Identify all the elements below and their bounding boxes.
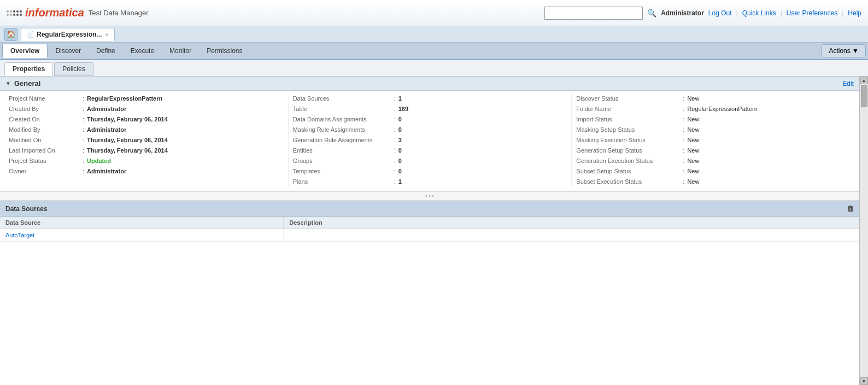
nav-item-monitor[interactable]: Monitor	[162, 44, 199, 57]
logo-area: informatica Test Data Manager	[7, 7, 544, 19]
prop-data-sources: Data Sources : 1	[293, 94, 567, 104]
nav-item-execute[interactable]: Execute	[123, 44, 162, 57]
prop-import-status: Import Status : New	[576, 115, 851, 125]
nav-item-define[interactable]: Define	[89, 44, 123, 57]
scrollable-content: ▼ General Edit Project Name : RegularExp…	[0, 77, 859, 385]
prop-templates: Templates : 0	[293, 167, 567, 177]
table-row: AutoTarget	[0, 229, 859, 242]
nav-item-permissions[interactable]: Permissions	[199, 44, 250, 57]
scroll-down-arrow[interactable]: ▼	[860, 377, 868, 385]
prop-plans: Plans : 1	[293, 177, 567, 188]
cell-description	[284, 229, 859, 242]
top-header: informatica Test Data Manager 🔍 Administ…	[0, 0, 868, 26]
scroll-up-arrow[interactable]: ▲	[860, 77, 868, 84]
page-wrapper: informatica Test Data Manager 🔍 Administ…	[0, 0, 868, 385]
tab-item-regularexpression[interactable]: 📄 RegularExpression... ×	[21, 28, 115, 41]
quick-links-button[interactable]: Quick Links	[742, 9, 776, 17]
trash-icon[interactable]: 🗑	[847, 205, 854, 213]
col-data-source: Data Source	[0, 217, 284, 229]
sub-tabs: Properties Policies	[0, 60, 868, 77]
prop-discover-status: Discover Status : New	[576, 94, 851, 104]
toggle-icon: ▼	[5, 80, 11, 86]
home-button[interactable]: 🏠	[4, 28, 17, 41]
help-link[interactable]: Help	[848, 9, 861, 17]
nav-actions: Actions ▼	[822, 44, 866, 57]
cell-auto-target[interactable]: AutoTarget	[0, 229, 284, 242]
section-separator: • • •	[0, 191, 859, 201]
prop-masking-setup-status: Masking Setup Status : New	[576, 125, 851, 136]
prop-groups: Groups : 0	[293, 156, 567, 167]
table-header-row: Data Source Description	[0, 217, 859, 229]
prop-masking-execution-status: Masking Execution Status : New	[576, 136, 851, 146]
admin-name: Administrator	[661, 9, 704, 17]
properties-grid: Project Name : RegularExpressionPattern …	[0, 91, 859, 191]
prop-modified-by: Modified By : Administrator	[9, 125, 284, 136]
prop-entities: Entities : 0	[293, 146, 567, 156]
prop-subset-setup-status: Subset Setup Status : New	[576, 167, 851, 177]
data-sources-title: Data Sources	[5, 205, 48, 213]
search-input[interactable]	[544, 7, 643, 20]
col-description: Description	[284, 217, 859, 229]
prop-generation-rule: Generation Rule Assignments : 3	[293, 136, 567, 146]
right-column: Discover Status : New Folder Name : Regu…	[571, 94, 855, 188]
prop-last-imported-on: Last Imported On : Thursday, February 06…	[9, 146, 284, 156]
prop-created-on: Created On : Thursday, February 06, 2014	[9, 115, 284, 125]
middle-column: Data Sources : 1 Table : 169 Data Domain…	[288, 94, 572, 188]
nav-item-discover[interactable]: Discover	[48, 44, 89, 57]
prop-owner: Owner : Administrator	[9, 167, 284, 177]
data-sources-header: Data Sources 🗑	[0, 201, 859, 217]
nav-bar: Overview Discover Define Execute Monitor…	[0, 43, 868, 60]
prop-masking-rule: Masking Rule Assignments : 0	[293, 125, 567, 136]
prop-project-name: Project Name : RegularExpressionPattern	[9, 94, 284, 104]
prop-modified-on: Modified On : Thursday, February 06, 201…	[9, 136, 284, 146]
left-column: Project Name : RegularExpressionPattern …	[4, 94, 288, 188]
sub-tab-properties[interactable]: Properties	[4, 62, 53, 76]
search-button[interactable]: 🔍	[647, 9, 656, 18]
tab-icon: 📄	[27, 31, 34, 38]
user-preferences-link[interactable]: User Preferences	[787, 9, 837, 17]
prop-data-domains: Data Domains Assignments : 0	[293, 115, 567, 125]
general-title: General	[14, 79, 40, 88]
tab-bar: 🏠 📄 RegularExpression... ×	[0, 26, 868, 43]
actions-button[interactable]: Actions ▼	[822, 44, 866, 57]
logo-text: informatica	[25, 7, 84, 19]
header-right: 🔍 Administrator Log Out | Quick Links | …	[544, 7, 861, 20]
prop-project-status: Project Status : Updated	[9, 156, 284, 167]
tab-close-icon[interactable]: ×	[105, 31, 108, 38]
nav-item-overview[interactable]: Overview	[2, 44, 48, 58]
right-scrollbar[interactable]: ▲ ▼	[859, 77, 868, 385]
data-sources-table: Data Source Description AutoTarget	[0, 217, 859, 242]
prop-folder-name: Folder Name : RegularExpressionPattern	[576, 104, 851, 115]
general-section-header[interactable]: ▼ General Edit	[0, 77, 859, 91]
prop-generation-execution-status: Generation Execution Status : New	[576, 156, 851, 167]
main-content-area: ▼ General Edit Project Name : RegularExp…	[0, 77, 868, 385]
prop-generation-setup-status: Generation Setup Status : New	[576, 146, 851, 156]
prop-subset-execution-status: Subset Execution Status : New	[576, 177, 851, 188]
scroll-track[interactable]	[860, 84, 868, 377]
prop-table: Table : 169	[293, 104, 567, 115]
logout-link[interactable]: Log Out	[708, 9, 732, 17]
scroll-thumb[interactable]	[861, 85, 867, 107]
edit-link[interactable]: Edit	[842, 80, 854, 88]
prop-created-by: Created By : Administrator	[9, 104, 284, 115]
sub-tab-policies[interactable]: Policies	[54, 62, 93, 76]
tab-label: RegularExpression...	[37, 31, 102, 38]
data-sources-section: Data Sources 🗑 Data Source Description A…	[0, 201, 859, 242]
app-title: Test Data Manager	[89, 9, 149, 17]
logo-dots-grid	[7, 10, 22, 16]
